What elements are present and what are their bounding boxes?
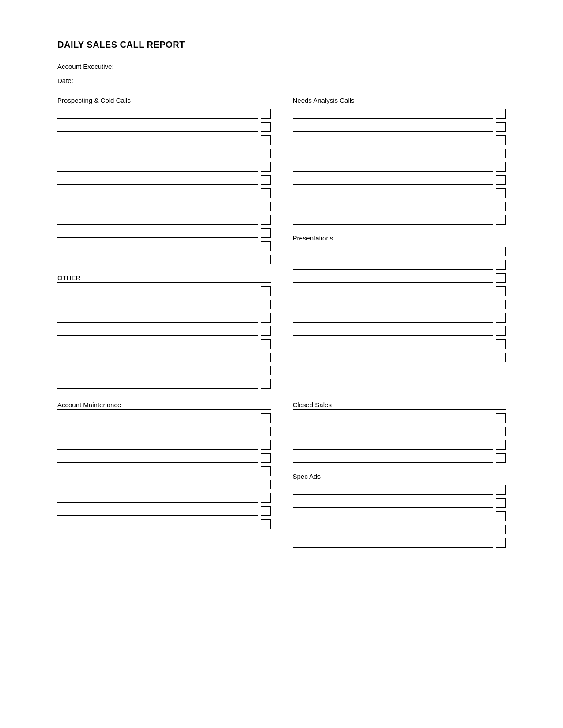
checkbox[interactable] — [496, 313, 506, 323]
table-row — [293, 105, 506, 119]
checkbox[interactable] — [261, 326, 271, 336]
checkbox[interactable] — [496, 353, 506, 362]
table-row — [293, 119, 506, 132]
checkbox[interactable] — [261, 466, 271, 476]
checkbox[interactable] — [261, 379, 271, 389]
checkbox[interactable] — [496, 215, 506, 225]
table-row — [57, 436, 271, 450]
checkbox[interactable] — [496, 326, 506, 336]
table-row — [57, 211, 271, 225]
checkbox[interactable] — [496, 485, 506, 495]
checkbox[interactable] — [261, 440, 271, 450]
checkbox[interactable] — [261, 366, 271, 375]
table-row — [293, 323, 506, 336]
checkbox[interactable] — [261, 339, 271, 349]
table-row — [293, 158, 506, 172]
checkbox[interactable] — [261, 480, 271, 489]
date-field: Date: — [57, 76, 506, 84]
checkbox[interactable] — [496, 247, 506, 256]
checkbox[interactable] — [496, 413, 506, 423]
table-row — [293, 349, 506, 362]
checkbox[interactable] — [496, 109, 506, 119]
checkbox[interactable] — [261, 519, 271, 529]
checkbox[interactable] — [496, 339, 506, 349]
checkbox[interactable] — [496, 453, 506, 463]
checkbox[interactable] — [261, 188, 271, 198]
checkbox[interactable] — [496, 122, 506, 132]
table-row — [57, 309, 271, 323]
table-row — [57, 349, 271, 362]
table-row — [293, 172, 506, 185]
table-row — [57, 410, 271, 423]
checkbox[interactable] — [496, 175, 506, 185]
account-executive-input[interactable] — [137, 62, 261, 70]
date-label: Date: — [57, 77, 137, 84]
needs-analysis-title: Needs Analysis Calls — [293, 97, 506, 105]
table-row — [57, 516, 271, 529]
prospecting-section: Prospecting & Cold Calls — [57, 97, 271, 264]
checkbox[interactable] — [261, 175, 271, 185]
checkbox[interactable] — [496, 135, 506, 145]
table-row — [57, 375, 271, 389]
checkbox[interactable] — [261, 228, 271, 238]
table-row — [293, 270, 506, 283]
checkbox[interactable] — [261, 353, 271, 362]
checkbox[interactable] — [261, 493, 271, 503]
checkbox[interactable] — [261, 149, 271, 158]
checkbox[interactable] — [496, 538, 506, 548]
table-row — [293, 508, 506, 521]
table-row — [57, 105, 271, 119]
account-executive-field: Account Executive: — [57, 62, 506, 70]
checkbox[interactable] — [261, 300, 271, 309]
spec-ads-section: Spec Ads — [293, 473, 506, 548]
table-row — [293, 481, 506, 495]
date-input[interactable] — [137, 76, 261, 84]
checkbox[interactable] — [261, 427, 271, 436]
checkbox[interactable] — [261, 255, 271, 264]
checkbox[interactable] — [496, 440, 506, 450]
closed-sales-section: Closed Sales — [293, 401, 506, 463]
table-row — [293, 410, 506, 423]
checkbox[interactable] — [261, 215, 271, 225]
table-row — [293, 211, 506, 225]
table-row — [57, 132, 271, 145]
checkbox[interactable] — [261, 313, 271, 323]
checkbox[interactable] — [496, 149, 506, 158]
checkbox[interactable] — [261, 162, 271, 172]
checkbox[interactable] — [496, 300, 506, 309]
checkbox[interactable] — [496, 525, 506, 534]
checkbox[interactable] — [496, 286, 506, 296]
checkbox[interactable] — [261, 122, 271, 132]
checkbox[interactable] — [496, 202, 506, 211]
checkbox[interactable] — [261, 109, 271, 119]
checkbox[interactable] — [496, 498, 506, 508]
checkbox[interactable] — [496, 427, 506, 436]
checkbox[interactable] — [261, 135, 271, 145]
table-row — [293, 336, 506, 349]
table-row — [293, 423, 506, 436]
checkbox[interactable] — [496, 188, 506, 198]
table-row — [57, 362, 271, 375]
checkbox[interactable] — [261, 241, 271, 251]
bottom-grid: Account Maintenance Closed Sales — [57, 401, 506, 548]
checkbox[interactable] — [496, 260, 506, 270]
needs-analysis-section: Needs Analysis Calls — [293, 97, 506, 225]
checkbox[interactable] — [261, 202, 271, 211]
table-row — [293, 132, 506, 145]
checkbox[interactable] — [261, 453, 271, 463]
table-row — [57, 119, 271, 132]
table-row — [57, 238, 271, 251]
table-row — [293, 521, 506, 534]
table-row — [57, 172, 271, 185]
table-row — [57, 450, 271, 463]
right-column: Needs Analysis Calls Presentations — [293, 97, 506, 389]
checkbox[interactable] — [496, 273, 506, 283]
checkbox[interactable] — [261, 413, 271, 423]
checkbox[interactable] — [261, 506, 271, 516]
checkbox[interactable] — [496, 511, 506, 521]
checkbox[interactable] — [496, 162, 506, 172]
bottom-right-column: Closed Sales Spec Ads — [293, 401, 506, 548]
account-maintenance-section: Account Maintenance — [57, 401, 271, 548]
table-row — [57, 503, 271, 516]
checkbox[interactable] — [261, 286, 271, 296]
